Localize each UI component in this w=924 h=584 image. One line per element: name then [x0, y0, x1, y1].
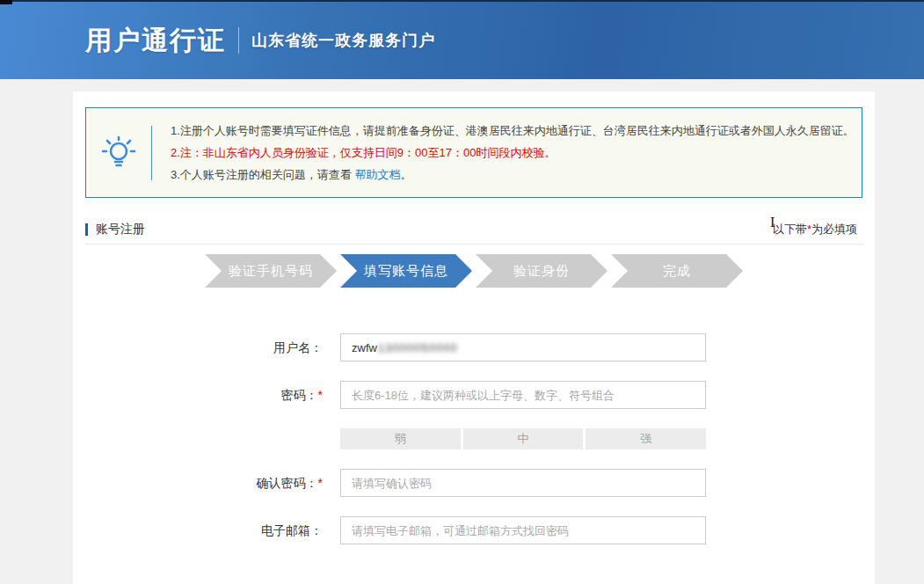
username-input[interactable]: zwfw 13000050000 — [340, 333, 706, 361]
username-row: 用户名： zwfw 13000050000 — [85, 333, 862, 361]
page-title: 用户通行证 — [85, 23, 226, 59]
content-card: 1.注册个人账号时需要填写证件信息，请提前准备身份证、港澳居民往来内地通行证、台… — [73, 91, 875, 584]
password-required-star: * — [318, 388, 323, 402]
notice-line-3: 3.个人账号注册的相关问题，请查看 帮助文档。 — [171, 164, 855, 186]
notice-line-3-text: 3.个人账号注册的相关问题，请查看 — [171, 168, 354, 181]
required-note-prefix: 以下带 — [773, 223, 807, 236]
section-accent-bar — [85, 223, 88, 236]
password-label: 密码：* — [85, 381, 323, 409]
confirm-password-row: 确认密码：* — [85, 469, 862, 497]
password-row: 密码：* — [85, 381, 862, 409]
portal-subtitle: 山东省统一政务服务门户 — [251, 30, 435, 51]
registration-steps: 验证手机号码 填写账号信息 验证身份 完成 — [205, 254, 743, 288]
notice-line-2: 2.注：非山东省内人员身份验证，仅支持日间9：00至17：00时间段内校验。 — [171, 142, 855, 164]
strength-medium: 中 — [463, 428, 584, 449]
email-row: 电子邮箱： — [85, 516, 862, 544]
email-label: 电子邮箱： — [85, 516, 323, 544]
step-verify-identity: 验证身份 — [476, 254, 608, 288]
page-header: 用户通行证 山东省统一政务服务门户 — [0, 0, 924, 79]
username-value-visible: zwfw — [352, 341, 377, 354]
section-title: 账号注册 — [85, 222, 145, 237]
confirm-password-required-star: * — [318, 476, 323, 490]
help-doc-link[interactable]: 帮助文档 — [354, 168, 400, 181]
top-left-artifact — [0, 0, 12, 4]
password-label-text: 密码： — [281, 388, 318, 402]
username-label: 用户名： — [85, 333, 323, 361]
strength-weak: 弱 — [340, 428, 461, 449]
notice-box: 1.注册个人账号时需要填写证件信息，请提前准备身份证、港澳居民往来内地通行证、台… — [85, 107, 862, 198]
email-input[interactable] — [340, 516, 706, 544]
username-value-redacted: 13000050000 — [378, 341, 458, 354]
confirm-password-label-text: 确认密码： — [257, 476, 318, 490]
step-complete: 完成 — [611, 254, 743, 288]
notice-lines: 1.注册个人账号时需要填写证件信息，请提前准备身份证、港澳居民往来内地通行证、台… — [152, 120, 855, 186]
step-verify-phone: 验证手机号码 — [205, 254, 337, 288]
password-strength-meter: 弱 中 强 — [340, 428, 706, 449]
registration-form: 用户名： zwfw 13000050000 密码：* 弱 中 强 确认密码：* … — [85, 333, 862, 544]
notice-line-3-suffix: 。 — [400, 168, 411, 181]
section-title-text: 账号注册 — [96, 222, 145, 237]
notice-line-1: 1.注册个人账号时需要填写证件信息，请提前准备身份证、港澳居民往来内地通行证、台… — [171, 120, 855, 142]
required-fields-note: 以下带*为必填项 — [773, 222, 861, 237]
section-header-row: 账号注册 以下带*为必填项 — [85, 215, 862, 245]
confirm-password-label: 确认密码：* — [85, 469, 323, 497]
lightbulb-icon — [101, 132, 136, 174]
required-note-suffix: 为必填项 — [811, 223, 857, 236]
strength-strong: 强 — [586, 428, 706, 449]
password-input[interactable] — [340, 381, 706, 409]
confirm-password-input[interactable] — [340, 469, 706, 497]
header-divider — [238, 27, 239, 54]
step-fill-account-info: 填写账号信息 — [340, 254, 472, 288]
notice-icon-area — [86, 132, 151, 174]
